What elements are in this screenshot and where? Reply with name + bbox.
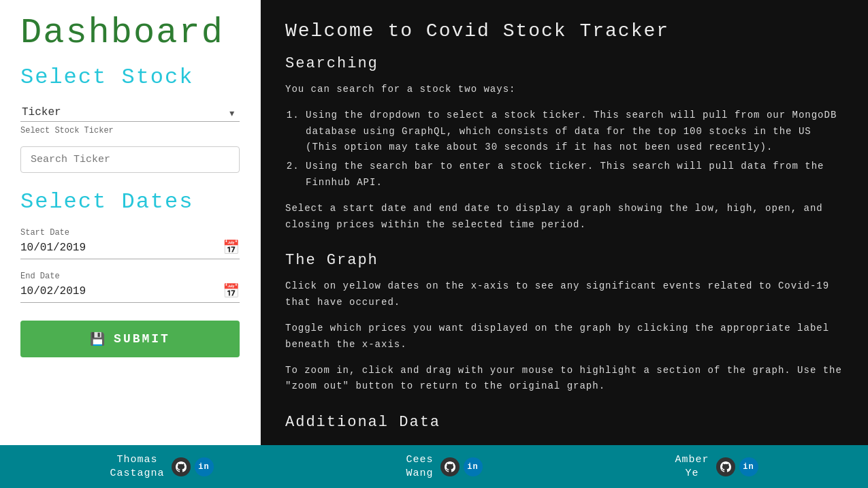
graph-text-2: Toggle which prices you want displayed o… [285, 321, 843, 353]
graph-text-1: Click on yellow dates on the x-axis to s… [285, 278, 843, 311]
github-icon-1[interactable] [172, 457, 191, 476]
graph-heading: The Graph [285, 252, 843, 269]
searching-section: Searching You can search for a stock two… [285, 55, 843, 233]
start-date-input-row: 📅 [20, 239, 240, 259]
footer-person-2: CeesWang in [406, 453, 482, 480]
end-date-field: End Date 📅 [20, 272, 240, 303]
linkedin-icon-3[interactable]: in [739, 457, 758, 476]
content-title: Welcome to Covid Stock Tracker [285, 20, 843, 42]
additional-section: Additional Data [285, 414, 843, 431]
person-3-name: AmberYe [675, 453, 709, 480]
person-1-name: ThomasCastagna [110, 453, 164, 480]
calendar-icon-start[interactable]: 📅 [223, 239, 240, 256]
search-ticker-input[interactable] [20, 146, 240, 173]
person-2-icons: in [440, 457, 483, 476]
select-dates-heading: Select Dates [20, 189, 240, 214]
additional-heading: Additional Data [285, 414, 843, 431]
ticker-select-wrapper: Ticker ▾ [20, 103, 240, 122]
graph-section: The Graph Click on yellow dates on the x… [285, 252, 843, 395]
searching-intro: You can search for a stock two ways: [285, 82, 843, 98]
list-item: Using the dropdown to select a stock tic… [306, 108, 843, 156]
github-icon-2[interactable] [440, 457, 460, 476]
linkedin-icon-2[interactable]: in [464, 457, 483, 476]
github-icon-3[interactable] [716, 457, 735, 476]
list-item: Using the search bar to enter a stock ti… [306, 159, 843, 191]
footer-person-3: AmberYe in [675, 453, 758, 480]
searching-note: Select a start date and end date to disp… [285, 201, 843, 233]
person-2-name: CeesWang [406, 453, 433, 480]
person-3-icons: in [716, 457, 758, 476]
select-stock-heading: Select Stock [20, 65, 240, 90]
footer: ThomasCastagna in CeesWang in AmberYe in [0, 445, 868, 488]
searching-heading: Searching [285, 55, 843, 72]
end-date-input-row: 📅 [20, 282, 240, 303]
submit-button[interactable]: 💾 SUBMIT [20, 321, 240, 357]
searching-list: Using the dropdown to select a stock tic… [306, 108, 843, 191]
submit-label: SUBMIT [114, 332, 170, 346]
graph-text-3: To zoom in, click and drag with your mou… [285, 363, 843, 395]
sidebar-title: Dashboard [20, 14, 240, 52]
footer-person-1: ThomasCastagna in [110, 453, 213, 480]
start-date-field: Start Date 📅 [20, 228, 240, 259]
start-date-label: Start Date [20, 228, 240, 238]
select-stock-ticker-label: Select Stock Ticker [20, 126, 240, 135]
main-content: Welcome to Covid Stock Tracker Searching… [261, 0, 868, 445]
end-date-label: End Date [20, 272, 240, 281]
floppy-disk-icon: 💾 [90, 331, 107, 346]
start-date-input[interactable] [20, 242, 223, 254]
sidebar: Dashboard Select Stock Ticker ▾ Select S… [0, 0, 261, 445]
ticker-select[interactable]: Ticker [20, 103, 240, 122]
person-1-icons: in [172, 457, 214, 476]
end-date-input[interactable] [20, 285, 223, 297]
calendar-icon-end[interactable]: 📅 [223, 282, 240, 299]
linkedin-icon-1[interactable]: in [195, 457, 214, 476]
